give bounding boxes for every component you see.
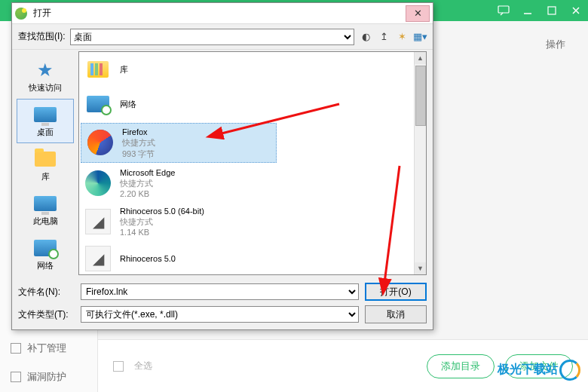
monitor-icon <box>33 193 57 214</box>
new-folder-icon[interactable]: ✶ <box>395 30 409 44</box>
place-label: 桌面 <box>37 127 54 138</box>
select-all-label: 全选 <box>134 360 416 372</box>
folder-icon <box>33 149 57 170</box>
firefox-icon <box>86 128 115 157</box>
open-dialog: 打开 ✕ 查找范围(I): 桌面 ◐ ↥ ✶ ▦▾ ★快速访问桌面库此电脑网络 … <box>11 2 433 330</box>
file-kind: 快捷方式 <box>120 178 175 188</box>
scroll-down-icon[interactable]: ▼ <box>415 262 426 274</box>
file-item[interactable]: Firefox快捷方式993 字节 <box>81 123 277 163</box>
file-kind: 快捷方式 <box>122 137 155 148</box>
patch-icon <box>11 343 21 354</box>
place-label: 网络 <box>37 260 54 271</box>
dialog-close-button[interactable]: ✕ <box>406 5 430 22</box>
look-in-select[interactable]: 桌面 <box>70 29 354 45</box>
places-bar: ★快速访问桌面库此电脑网络 <box>12 50 78 277</box>
shield-icon <box>11 372 21 382</box>
ops-column-header: 操作 <box>546 38 565 51</box>
file-name: 网络 <box>120 99 136 109</box>
rhino-icon: ◢ <box>84 244 112 273</box>
scroll-thumb[interactable] <box>415 66 426 126</box>
file-name: Rhinoceros 5.0 (64-bit) <box>120 206 204 216</box>
file-list[interactable]: 库网络Firefox快捷方式993 字节Microsoft Edge快捷方式2.… <box>78 51 427 275</box>
add-dir-button[interactable]: 添加目录 <box>427 354 495 378</box>
place-folder[interactable]: 库 <box>17 143 74 188</box>
back-icon[interactable]: ◐ <box>359 30 372 44</box>
sidebar-item-label: 补丁管理 <box>27 341 66 355</box>
filename-label: 文件名(N): <box>18 286 75 299</box>
dialog-titlebar: 打开 ✕ <box>12 3 433 24</box>
filetype-label: 文件类型(T): <box>18 308 75 321</box>
maximize-icon[interactable] <box>546 5 558 17</box>
place-label: 此电脑 <box>33 216 58 227</box>
net-icon <box>33 237 57 259</box>
file-size: 2.20 KB <box>120 188 175 199</box>
svg-rect-2 <box>548 7 556 14</box>
file-size: 1.14 KB <box>120 227 204 237</box>
cancel-button[interactable]: 取消 <box>365 305 427 323</box>
sidebar-item-patch[interactable]: 补丁管理 <box>0 334 97 363</box>
open-button[interactable]: 打开(O) <box>365 283 427 301</box>
watermark: 极光下载站 <box>498 360 580 381</box>
sidebar-item-label: 漏洞防护 <box>27 370 66 384</box>
app-icon <box>15 8 27 20</box>
star-icon: ★ <box>33 60 57 81</box>
lib-icon <box>84 55 112 84</box>
edge-icon <box>84 169 112 198</box>
scrollbar[interactable]: ▲ ▼ <box>414 52 426 274</box>
file-name: Firefox <box>122 127 155 137</box>
place-star[interactable]: ★快速访问 <box>17 54 74 99</box>
net-icon <box>84 90 112 118</box>
place-monitor[interactable]: 桌面 <box>17 99 74 143</box>
file-item[interactable]: ◢Rhinoceros 5.0 (64-bit)快捷方式1.14 KB <box>79 203 426 241</box>
svg-rect-0 <box>498 6 509 13</box>
scroll-up-icon[interactable]: ▲ <box>415 52 426 64</box>
look-in-label: 查找范围(I): <box>18 30 66 43</box>
sidebar-item-vuln[interactable]: 漏洞防护 <box>0 363 97 391</box>
place-net[interactable]: 网络 <box>17 232 74 277</box>
dialog-title: 打开 <box>30 7 406 20</box>
file-name: Microsoft Edge <box>120 167 175 178</box>
file-name: 库 <box>120 64 128 75</box>
file-kind: 快捷方式 <box>120 216 204 227</box>
up-icon[interactable]: ↥ <box>377 30 390 44</box>
select-all-checkbox[interactable] <box>113 361 124 372</box>
filename-input[interactable]: Firefox.lnk <box>81 283 359 300</box>
close-icon[interactable] <box>570 5 582 17</box>
filetype-select[interactable]: 可执行文件(*.exe, *.dll) <box>81 306 359 323</box>
place-label: 快速访问 <box>29 82 62 93</box>
file-item[interactable]: 网络 <box>79 87 426 121</box>
file-item[interactable]: ◢Rhinoceros 5.0 <box>79 241 426 275</box>
file-item[interactable]: 库 <box>79 52 426 87</box>
place-label: 库 <box>41 171 50 182</box>
rhino-icon: ◢ <box>84 207 112 236</box>
minimize-icon[interactable] <box>522 5 534 17</box>
place-monitor[interactable]: 此电脑 <box>17 188 74 232</box>
dialog-toolbar: 查找范围(I): 桌面 ◐ ↥ ✶ ▦▾ <box>12 24 433 50</box>
watermark-logo-icon <box>559 360 580 381</box>
file-item[interactable]: Microsoft Edge快捷方式2.20 KB <box>79 164 426 203</box>
view-menu-icon[interactable]: ▦▾ <box>413 30 427 44</box>
dialog-footer: 文件名(N): Firefox.lnk 打开(O) 文件类型(T): 可执行文件… <box>12 277 433 329</box>
file-size: 993 字节 <box>122 149 155 159</box>
feedback-icon[interactable] <box>498 5 510 17</box>
monitor-icon <box>33 104 57 125</box>
file-name: Rhinoceros 5.0 <box>120 253 176 264</box>
